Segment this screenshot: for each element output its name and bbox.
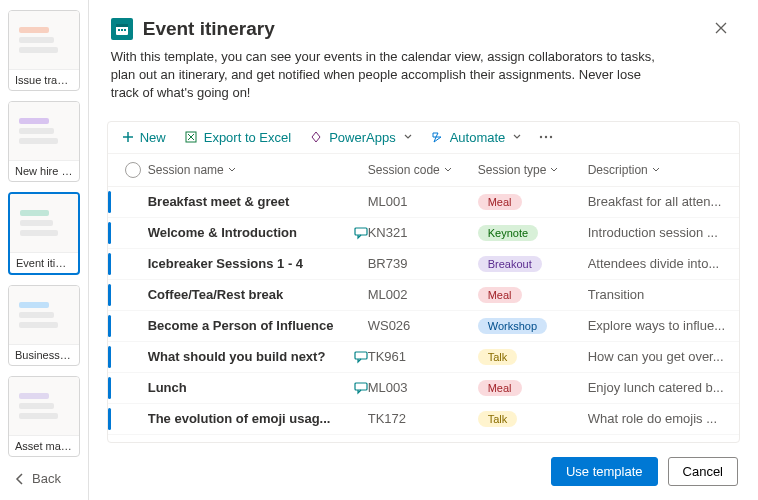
select-all-checkbox[interactable] bbox=[118, 162, 148, 178]
svg-rect-11 bbox=[355, 383, 367, 390]
chevron-down-icon bbox=[404, 133, 412, 141]
session-type-pill: Meal bbox=[478, 194, 522, 210]
col-session-code[interactable]: Session code bbox=[368, 163, 478, 177]
template-thumbnail bbox=[9, 11, 79, 69]
cell-session-type: Keynote bbox=[478, 225, 588, 241]
new-button[interactable]: New bbox=[122, 130, 166, 145]
list-panel: New Export to Excel PowerApps Automate bbox=[107, 121, 740, 443]
svg-point-7 bbox=[545, 136, 547, 138]
cell-session-type: Workshop bbox=[478, 318, 588, 334]
powerapps-button[interactable]: PowerApps bbox=[309, 130, 411, 145]
template-thumbnail bbox=[10, 194, 78, 252]
more-button[interactable] bbox=[539, 135, 553, 139]
cell-session-name: Lunch bbox=[148, 380, 368, 395]
chevron-down-icon bbox=[444, 166, 452, 174]
template-thumbnail bbox=[9, 102, 79, 160]
cell-session-code: KN321 bbox=[368, 225, 478, 240]
use-template-button[interactable]: Use template bbox=[551, 457, 658, 486]
excel-icon bbox=[184, 130, 198, 144]
template-label: Asset manager bbox=[9, 435, 79, 456]
plus-icon bbox=[122, 131, 134, 143]
cell-session-name: Become a Person of Influence bbox=[148, 318, 368, 333]
calendar-icon bbox=[111, 18, 133, 40]
back-label: Back bbox=[32, 471, 61, 486]
chevron-left-icon bbox=[14, 473, 26, 485]
comment-icon bbox=[354, 350, 368, 364]
svg-rect-4 bbox=[124, 29, 126, 31]
cell-session-name: Icebreaker Sessions 1 - 4 bbox=[148, 256, 368, 271]
list-toolbar: New Export to Excel PowerApps Automate bbox=[108, 122, 739, 154]
template-card[interactable]: Event itinerary bbox=[8, 192, 80, 275]
template-sidebar: Issue trackerNew hire checkli...Event it… bbox=[0, 0, 89, 500]
cell-session-name: What should you build next? bbox=[148, 349, 368, 364]
svg-rect-9 bbox=[355, 228, 367, 235]
row-accent-bar bbox=[108, 377, 111, 399]
template-label: Event itinerary bbox=[10, 252, 78, 273]
cell-session-name: Coffee/Tea/Rest break bbox=[148, 287, 368, 302]
cell-session-code: WS026 bbox=[368, 318, 478, 333]
grid-rows: Breakfast meet & greetML001MealBreakfast… bbox=[108, 187, 739, 442]
table-row[interactable]: The evolution of emoji usag...TK172TalkW… bbox=[108, 404, 739, 435]
cell-description: How can you get over... bbox=[588, 349, 725, 364]
svg-rect-3 bbox=[121, 29, 123, 31]
automate-button[interactable]: Automate bbox=[430, 130, 522, 145]
table-row[interactable]: Coffee/Tea/Rest breakML002MealTransition bbox=[108, 280, 739, 311]
grid-header: Session name Session code Session type D… bbox=[108, 154, 739, 187]
cancel-button[interactable]: Cancel bbox=[668, 457, 738, 486]
row-accent-bar bbox=[108, 346, 111, 368]
svg-point-6 bbox=[540, 136, 542, 138]
cell-session-code: ML001 bbox=[368, 194, 478, 209]
table-row[interactable]: Become a Person of InfluenceWS026Worksho… bbox=[108, 311, 739, 342]
table-row[interactable]: LunchML003MealEnjoy lunch catered b... bbox=[108, 373, 739, 404]
svg-rect-10 bbox=[355, 352, 367, 359]
template-label: New hire checkli... bbox=[9, 160, 79, 181]
table-row[interactable]: What should you build next?TK961TalkHow … bbox=[108, 342, 739, 373]
row-accent-bar bbox=[108, 253, 111, 275]
session-type-pill: Talk bbox=[478, 411, 518, 427]
cell-session-type: Talk bbox=[478, 411, 588, 427]
cell-session-type: Meal bbox=[478, 380, 588, 396]
row-accent-bar bbox=[108, 191, 111, 213]
col-session-type[interactable]: Session type bbox=[478, 163, 588, 177]
template-card[interactable]: Issue tracker bbox=[8, 10, 80, 91]
session-type-pill: Breakout bbox=[478, 256, 542, 272]
cell-description: Attendees divide into... bbox=[588, 256, 725, 271]
session-type-pill: Keynote bbox=[478, 225, 538, 241]
svg-point-8 bbox=[550, 136, 552, 138]
cell-description: Enjoy lunch catered b... bbox=[588, 380, 725, 395]
page-title: Event itinerary bbox=[143, 18, 275, 40]
template-card[interactable]: Asset manager bbox=[8, 376, 80, 457]
comment-icon bbox=[354, 226, 368, 240]
template-label: Issue tracker bbox=[9, 69, 79, 90]
session-type-pill: Talk bbox=[478, 349, 518, 365]
cell-session-name: Breakfast meet & greet bbox=[148, 194, 368, 209]
template-label: Business trip ap... bbox=[9, 344, 79, 365]
session-name-text: The evolution of emoji usag... bbox=[148, 411, 368, 426]
table-row[interactable]: Breakfast meet & greetML001MealBreakfast… bbox=[108, 187, 739, 218]
row-accent-bar bbox=[108, 315, 111, 337]
export-excel-button[interactable]: Export to Excel bbox=[184, 130, 291, 145]
cell-description: Explore ways to influe... bbox=[588, 318, 725, 333]
dialog-footer: Use template Cancel bbox=[89, 443, 758, 500]
cell-session-code: TK961 bbox=[368, 349, 478, 364]
comment-icon bbox=[354, 381, 368, 395]
session-name-text: Welcome & Introduction bbox=[148, 225, 348, 240]
table-row[interactable]: Welcome & IntroductionKN321KeynoteIntrod… bbox=[108, 218, 739, 249]
cell-session-type: Breakout bbox=[478, 256, 588, 272]
col-session-name[interactable]: Session name bbox=[148, 163, 368, 177]
session-name-text: Breakfast meet & greet bbox=[148, 194, 368, 209]
back-button[interactable]: Back bbox=[8, 467, 80, 490]
close-button[interactable] bbox=[714, 21, 730, 37]
svg-rect-2 bbox=[118, 29, 120, 31]
row-accent-bar bbox=[108, 284, 111, 306]
template-description: With this template, you can see your eve… bbox=[111, 48, 671, 103]
col-description[interactable]: Description bbox=[588, 163, 725, 177]
template-thumbnail bbox=[9, 377, 79, 435]
template-card[interactable]: Business trip ap... bbox=[8, 285, 80, 366]
cell-session-type: Meal bbox=[478, 194, 588, 210]
template-card[interactable]: New hire checkli... bbox=[8, 101, 80, 182]
svg-rect-1 bbox=[116, 24, 128, 27]
table-row[interactable]: Icebreaker Sessions 1 - 4BR739BreakoutAt… bbox=[108, 249, 739, 280]
cell-session-name: Welcome & Introduction bbox=[148, 225, 368, 240]
cell-session-type: Talk bbox=[478, 349, 588, 365]
